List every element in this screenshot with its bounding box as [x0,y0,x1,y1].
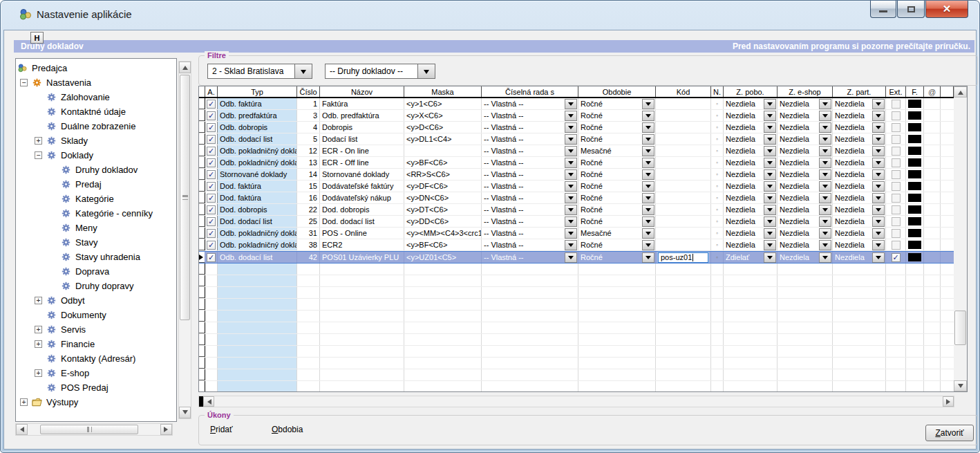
active-checkbox[interactable]: ✓ [207,194,216,203]
cell-zpart[interactable]: Nezdiela [833,216,886,227]
cell-clip[interactable] [924,145,941,156]
cell-a[interactable]: ✓ [205,122,218,133]
dropdown-button[interactable] [764,240,776,250]
active-checkbox[interactable]: ✓ [207,205,216,214]
cell-kod[interactable] [656,157,711,168]
cell-kod[interactable] [656,122,711,133]
cell-zpart[interactable]: Nezdiela [833,110,886,121]
tree-item[interactable]: Meny [16,221,176,235]
dropdown-button[interactable] [642,193,654,203]
cell-zeshop[interactable]: Nezdiela [778,122,833,133]
cell-nazov[interactable]: Dod. dodací list [320,216,404,227]
ext-checkbox[interactable] [892,111,901,120]
dropdown-button[interactable] [642,146,654,156]
cell-ext[interactable] [886,110,906,121]
dropdown-button[interactable] [565,146,577,156]
maximize-button[interactable] [897,1,925,18]
dropdown-button[interactable] [872,252,885,263]
cell-typ[interactable]: Dod. faktúra [218,192,297,203]
cell-a[interactable]: ✓ [205,133,218,145]
cell-clip[interactable] [924,181,941,192]
cell-f[interactable] [906,204,924,215]
cell-zpobo[interactable]: Nezdiela [724,145,778,156]
active-checkbox[interactable]: ✓ [207,170,216,179]
scroll-up-button[interactable] [954,86,967,98]
cell-f[interactable] [906,216,924,227]
cell-clip[interactable] [924,204,941,215]
dropdown-button[interactable] [565,134,577,145]
tree-item[interactable]: −Doklady [16,148,176,163]
column-header-typ[interactable]: Typ [218,86,297,97]
cell-obdobie[interactable]: Ročné [578,122,656,133]
cell-ext[interactable] [886,216,906,227]
cell-n[interactable]: ◦ [711,169,724,180]
cell-kod[interactable] [656,228,711,239]
active-checkbox[interactable]: ✓ [207,111,216,120]
cell-typ[interactable]: Odb. pokladničný doklad [218,145,297,156]
cell-a[interactable]: ✓ [205,252,218,263]
dropdown-button[interactable] [819,134,831,145]
dropdown-button[interactable] [819,146,831,156]
tree-item[interactable]: −Nastavenia [16,75,176,90]
dropdown-button[interactable] [642,205,654,215]
cell-clip[interactable] [924,228,941,239]
dropdown-button[interactable] [872,134,885,145]
cell-obdobie[interactable]: Mesačné [578,145,656,156]
cell-obdobie[interactable]: Ročné [578,239,656,250]
code-input[interactable]: pos-uz01 [658,252,708,263]
cell-nazov[interactable]: Odb. predfaktúra [320,110,404,121]
column-header-ext[interactable]: Ext. [886,86,906,97]
dropdown-button[interactable] [642,169,654,180]
cell-cislo[interactable]: 15 [297,181,320,192]
cell-f[interactable] [906,181,924,192]
dropdown-button[interactable] [819,193,831,203]
tree-expander[interactable]: + [35,369,42,377]
cell-zpart[interactable]: Nezdiela [833,181,886,192]
table-row[interactable]: ✓Dod. dodací list25Dod. dodací list<y>DD… [199,216,954,228]
tree-expander[interactable]: + [35,340,42,348]
dropdown-button[interactable] [819,216,831,227]
tree-vertical-scrollbar[interactable] [178,61,191,419]
tree-item[interactable]: Stavy [16,235,176,250]
ext-checkbox[interactable] [892,182,901,191]
cell-a[interactable]: ✓ [205,157,218,168]
dropdown-button[interactable] [642,99,654,109]
scroll-down-button[interactable] [179,407,191,418]
cell-f[interactable] [906,169,924,180]
dropdown-button[interactable] [764,158,776,168]
cell-zpart[interactable]: Nezdiela [833,252,886,263]
cell-zpobo[interactable]: Nezdiela [724,169,778,180]
cell-zeshop[interactable]: Nezdiela [778,145,833,156]
cell-obdobie[interactable]: Ročné [578,133,656,145]
column-header-nazov[interactable]: Názov [320,86,404,97]
dropdown-button[interactable] [764,252,776,263]
tree-item[interactable]: +E-shop [16,366,176,380]
cell-zpart[interactable]: Nezdiela [833,204,886,215]
cell-zeshop[interactable]: Nezdiela [778,239,833,250]
dropdown-button[interactable] [565,181,577,192]
tree-expander[interactable]: + [35,297,42,304]
cell-a[interactable]: ✓ [205,192,218,203]
tree-item[interactable]: +Financie [16,337,176,351]
tree-item[interactable]: Druhy dokladov [16,163,176,177]
ext-checkbox[interactable] [892,241,901,250]
column-header-obdobie[interactable]: Obdobie [578,86,656,97]
dropdown-button[interactable] [819,111,831,121]
cell-ext[interactable] [886,239,906,250]
cell-n[interactable]: ◦ [711,157,724,168]
cell-maska[interactable]: <y>X<C6> [404,110,482,121]
cell-zpobo[interactable]: Nezdiela [724,133,778,145]
cell-n[interactable]: ◦ [711,252,724,263]
cell-zpobo[interactable]: Nezdiela [724,228,778,239]
dropdown-button[interactable] [565,205,577,215]
cell-a[interactable]: ✓ [205,181,218,192]
dropdown-button[interactable] [764,216,776,227]
dropdown-button[interactable] [565,158,577,168]
dropdown-button[interactable] [642,111,654,121]
cell-zeshop[interactable]: Nezdiela [778,204,833,215]
dropdown-button[interactable] [872,99,885,109]
cell-rada[interactable]: -- Vlastná -- [482,145,578,156]
cell-kod[interactable] [656,98,711,109]
active-checkbox[interactable]: ✓ [207,147,216,156]
tree-expander[interactable]: − [20,79,28,86]
